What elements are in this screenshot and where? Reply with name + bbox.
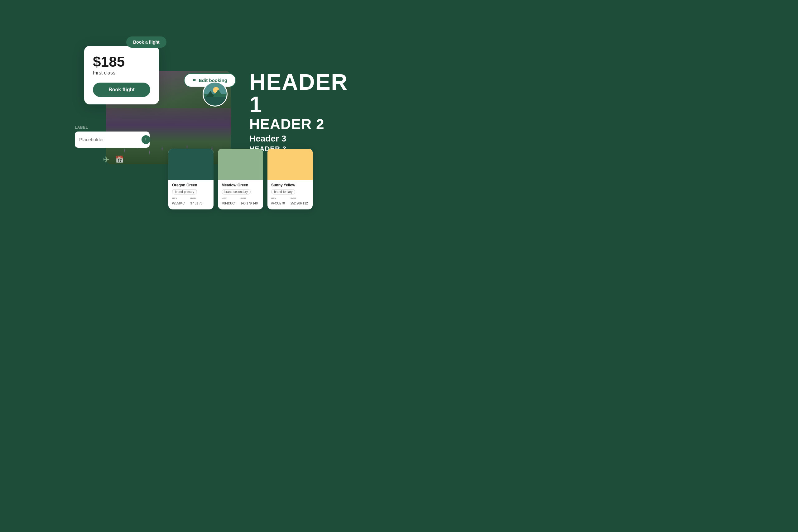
brand-logo-circle xyxy=(203,82,228,107)
input-section: LABEL ! xyxy=(75,125,150,148)
book-flight-button[interactable]: Book flight xyxy=(93,82,150,97)
swatch-rgb-label-1: RGB xyxy=(240,197,258,200)
swatch-color-0 xyxy=(168,149,213,180)
input-label: LABEL xyxy=(75,125,150,130)
flight-class: First class xyxy=(93,70,150,76)
color-swatches-row: Oregon Green brand-primary HEX #25584C R… xyxy=(168,149,313,209)
swatch-hex-value-0: #25584C xyxy=(172,202,185,205)
swatch-name-0: Oregon Green xyxy=(172,183,210,187)
header-1: HEADER 1 xyxy=(249,71,348,116)
swatch-card-0: Oregon Green brand-primary HEX #25584C R… xyxy=(168,149,213,209)
svg-rect-5 xyxy=(204,97,226,105)
icons-row: ✈ 📅 xyxy=(103,155,124,165)
input-field-wrapper: ! xyxy=(75,132,150,148)
typography-section: HEADER 1 HEADER 2 Header 3 HEADER 3 xyxy=(249,71,348,152)
header-2: HEADER 2 xyxy=(249,117,348,131)
placeholder-input[interactable] xyxy=(79,137,138,142)
swatch-card-2: Sunny Yellow brand-tertiary HEX #FCCE70 … xyxy=(267,149,313,209)
swatch-rgb-value-1: 143 179 140 xyxy=(240,202,258,205)
book-a-flight-pill[interactable]: Book a flight xyxy=(126,36,167,48)
swatch-rgb-value-2: 252 206 112 xyxy=(290,202,308,205)
plane-icon: ✈ xyxy=(103,155,110,165)
swatch-tag-1: brand-secondary xyxy=(222,189,251,194)
swatch-hex-label-1: HEX xyxy=(222,197,235,200)
swatch-hex-value-1: #8FB38C xyxy=(222,202,235,205)
header-3-normal: Header 3 xyxy=(249,134,348,143)
swatch-tag-0: brand-primary xyxy=(172,189,197,194)
swatch-color-2 xyxy=(267,149,313,180)
alert-icon: ! xyxy=(141,135,150,144)
swatch-rgb-label-2: RGB xyxy=(290,197,308,200)
swatch-rgb-value-0: 37 81 76 xyxy=(190,202,203,205)
swatch-rgb-label-0: RGB xyxy=(190,197,203,200)
swatch-name-1: Meadow Green xyxy=(222,183,259,187)
flight-card: $185 First class Book flight xyxy=(84,46,159,104)
swatch-color-1 xyxy=(218,149,263,180)
pencil-icon: ✏ xyxy=(193,78,196,82)
swatch-hex-label-2: HEX xyxy=(271,197,285,200)
calendar-icon: 📅 xyxy=(115,155,124,164)
swatch-card-1: Meadow Green brand-secondary HEX #8FB38C… xyxy=(218,149,263,209)
swatch-tag-2: brand-tertiary xyxy=(271,189,295,194)
swatch-name-2: Sunny Yellow xyxy=(271,183,309,187)
swatch-hex-label-0: HEX xyxy=(172,197,185,200)
flight-price: $185 xyxy=(93,55,150,69)
swatch-hex-value-2: #FCCE70 xyxy=(271,202,285,205)
